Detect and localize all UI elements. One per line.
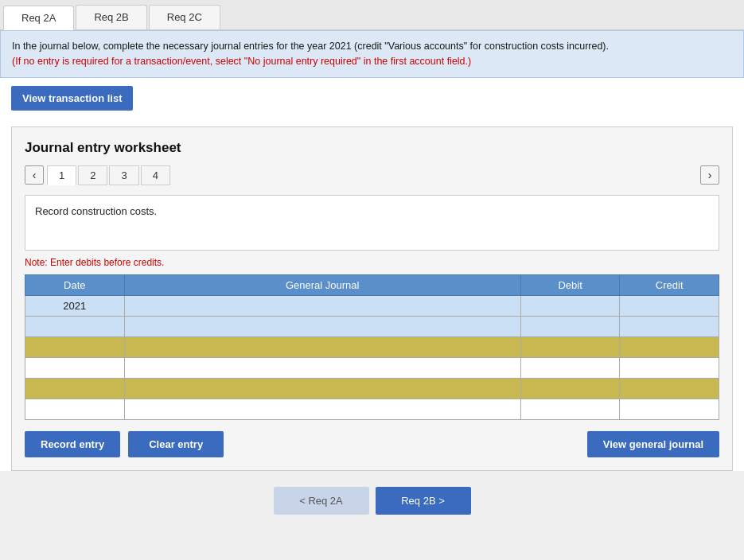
- instruction-main: In the journal below, complete the neces…: [12, 41, 609, 52]
- credit-cell-0[interactable]: [620, 295, 719, 316]
- view-general-journal-button[interactable]: View general journal: [587, 431, 719, 457]
- tab-req2b[interactable]: Req 2B: [76, 5, 146, 29]
- table-row: [25, 316, 719, 336]
- description-text: Record construction costs.: [35, 205, 157, 217]
- credit-cell-3[interactable]: [620, 357, 719, 378]
- debit-cell-4[interactable]: [520, 378, 620, 399]
- journal-cell-0[interactable]: [124, 295, 520, 316]
- debit-cell-1[interactable]: [520, 316, 620, 336]
- credit-input-5[interactable]: [620, 399, 719, 419]
- debit-cell-3[interactable]: [520, 357, 620, 378]
- debit-cell-2[interactable]: [520, 336, 620, 357]
- date-cell-5: [25, 399, 125, 419]
- bottom-nav-next[interactable]: Req 2B >: [376, 487, 471, 515]
- credit-input-2[interactable]: [620, 337, 719, 357]
- debit-cell-0[interactable]: [520, 295, 620, 316]
- col-date: Date: [25, 274, 125, 295]
- instruction-note: (If no entry is required for a transacti…: [12, 56, 471, 67]
- journal-input-3[interactable]: [125, 358, 520, 378]
- journal-input-5[interactable]: [125, 399, 520, 419]
- col-credit: Credit: [620, 274, 719, 295]
- debit-input-2[interactable]: [521, 337, 620, 357]
- journal-input-2[interactable]: [125, 337, 520, 357]
- credit-cell-1[interactable]: [620, 316, 719, 336]
- clear-entry-button[interactable]: Clear entry: [128, 431, 224, 457]
- instruction-box: In the journal below, complete the neces…: [0, 30, 744, 78]
- table-row: 2021: [25, 295, 719, 316]
- action-buttons: Record entry Clear entry View general jo…: [25, 431, 719, 457]
- table-header-row: Date General Journal Debit Credit: [25, 274, 719, 295]
- credit-input-1[interactable]: [620, 317, 719, 336]
- journal-cell-3[interactable]: [124, 357, 520, 378]
- tab-req2c[interactable]: Req 2C: [149, 5, 220, 29]
- credit-cell-2[interactable]: [620, 336, 719, 357]
- journal-input-4[interactable]: [125, 379, 520, 399]
- debit-input-0[interactable]: [521, 296, 620, 316]
- date-cell-4: [25, 378, 125, 399]
- date-cell-3: [25, 357, 125, 378]
- view-transaction-button[interactable]: View transaction list: [11, 86, 133, 111]
- credit-input-0[interactable]: [620, 296, 719, 316]
- debit-input-4[interactable]: [521, 379, 620, 399]
- credit-input-4[interactable]: [620, 379, 719, 399]
- debit-input-3[interactable]: [521, 358, 620, 378]
- table-row: [25, 378, 719, 399]
- col-debit: Debit: [520, 274, 620, 295]
- tab-req2a[interactable]: Req 2A: [3, 6, 74, 30]
- credit-input-3[interactable]: [620, 358, 719, 378]
- credit-cell-4[interactable]: [620, 378, 719, 399]
- debit-input-1[interactable]: [521, 317, 620, 336]
- credit-cell-5[interactable]: [620, 399, 719, 419]
- record-entry-button[interactable]: Record entry: [25, 431, 120, 457]
- debit-cell-5[interactable]: [520, 399, 620, 419]
- description-box: Record construction costs.: [25, 195, 719, 251]
- tabs-bar: Req 2A Req 2B Req 2C: [0, 0, 744, 30]
- table-row: [25, 336, 719, 357]
- note-text: Note: Enter debits before credits.: [25, 257, 719, 268]
- journal-cell-2[interactable]: [124, 336, 520, 357]
- journal-input-1[interactable]: [125, 317, 520, 336]
- worksheet-title: Journal entry worksheet: [25, 140, 719, 156]
- page-nav: ‹ 1 2 3 4 ›: [25, 165, 719, 185]
- nav-prev-arrow[interactable]: ‹: [25, 165, 44, 185]
- journal-table: Date General Journal Debit Credit 2021: [25, 274, 719, 420]
- date-cell-2: [25, 336, 125, 357]
- nav-next-arrow[interactable]: ›: [700, 165, 719, 185]
- page-tab-4[interactable]: 4: [141, 165, 170, 185]
- debit-input-5[interactable]: [521, 399, 620, 419]
- date-cell-1: [25, 316, 125, 336]
- journal-cell-1[interactable]: [124, 316, 520, 336]
- col-journal: General Journal: [124, 274, 520, 295]
- journal-cell-5[interactable]: [124, 399, 520, 419]
- bottom-nav-prev[interactable]: < Req 2A: [274, 487, 369, 515]
- table-row: [25, 399, 719, 419]
- table-row: [25, 357, 719, 378]
- page-tab-3[interactable]: 3: [109, 165, 138, 185]
- page-tabs: 1 2 3 4: [47, 165, 172, 185]
- page-tab-2[interactable]: 2: [78, 165, 107, 185]
- page-tab-1[interactable]: 1: [47, 165, 76, 185]
- bottom-nav: < Req 2A Req 2B >: [0, 487, 744, 531]
- date-cell-0: 2021: [25, 295, 125, 316]
- journal-cell-4[interactable]: [124, 378, 520, 399]
- view-transaction-area: View transaction list: [0, 78, 744, 119]
- worksheet-container: Journal entry worksheet ‹ 1 2 3 4 › Reco…: [11, 126, 733, 471]
- journal-input-0[interactable]: [125, 296, 520, 316]
